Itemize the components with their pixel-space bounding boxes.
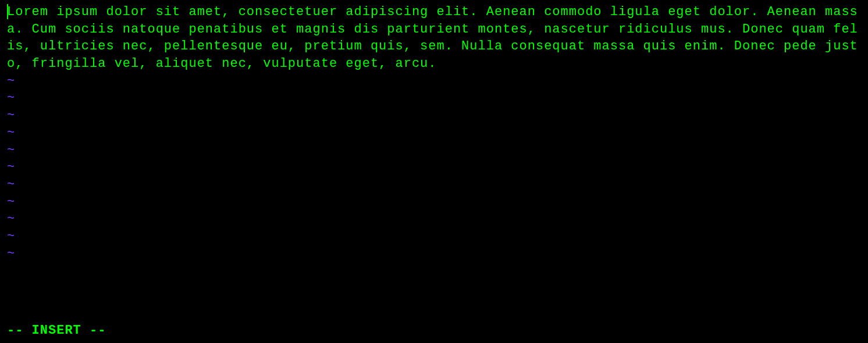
empty-line-tilde: ~ — [7, 194, 861, 211]
empty-line-tilde: ~ — [7, 142, 861, 159]
empty-line-tilde: ~ — [7, 73, 861, 90]
empty-line-tilde: ~ — [7, 228, 861, 245]
empty-line-tilde: ~ — [7, 124, 861, 142]
text-cursor — [7, 4, 8, 19]
status-mode-indicator: -- INSERT -- — [7, 322, 106, 340]
empty-line-tilde: ~ — [7, 245, 861, 263]
vim-editor-area[interactable]: Lorem ipsum dolor sit amet, consectetuer… — [0, 0, 868, 343]
empty-lines-container: ~~~~~~~~~~~ — [7, 73, 861, 263]
empty-line-tilde: ~ — [7, 176, 861, 194]
buffer-text-content[interactable]: Lorem ipsum dolor sit amet, consectetuer… — [7, 5, 858, 71]
empty-line-tilde: ~ — [7, 90, 861, 107]
empty-line-tilde: ~ — [7, 107, 861, 124]
empty-line-tilde: ~ — [7, 210, 861, 228]
empty-line-tilde: ~ — [7, 159, 861, 176]
